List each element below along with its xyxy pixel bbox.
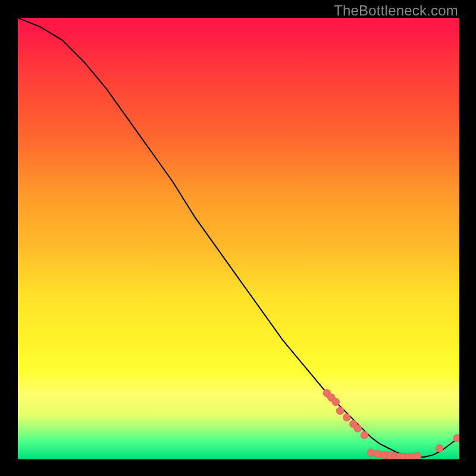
data-point: [332, 398, 340, 406]
chart-container: TheBottleneck.com: [0, 0, 476, 476]
data-points: [323, 389, 459, 459]
chart-svg: [18, 18, 459, 459]
data-point: [453, 434, 459, 442]
data-point: [367, 449, 375, 456]
data-point: [354, 425, 362, 433]
plot-area: [18, 18, 459, 459]
data-point: [436, 444, 443, 452]
data-point: [343, 414, 350, 421]
bottleneck-curve: [18, 18, 459, 457]
watermark-text: TheBottleneck.com: [334, 2, 458, 19]
data-point: [374, 450, 381, 458]
data-point: [414, 452, 421, 459]
data-point: [336, 407, 344, 415]
data-point: [361, 431, 368, 439]
